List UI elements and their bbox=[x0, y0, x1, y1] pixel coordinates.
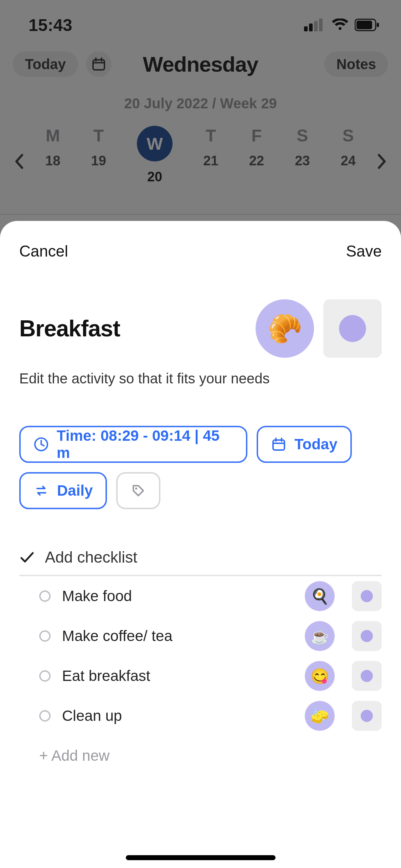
add-checklist-item-button[interactable]: + Add new bbox=[19, 736, 382, 776]
checklist-label: Make coffee/ tea bbox=[62, 627, 293, 645]
checklist-label: Make food bbox=[62, 588, 293, 605]
checklist-emoji-picker[interactable]: 😋 bbox=[305, 661, 335, 691]
cancel-button[interactable]: Cancel bbox=[19, 242, 68, 260]
checklist-color-picker[interactable] bbox=[352, 621, 382, 651]
add-new-label: + Add new bbox=[39, 747, 109, 764]
date-pill[interactable]: Today bbox=[257, 426, 352, 463]
date-label: Today bbox=[294, 436, 338, 453]
clock-icon bbox=[34, 436, 49, 452]
color-dot-icon bbox=[361, 590, 373, 602]
tag-pill[interactable] bbox=[116, 472, 160, 509]
checklist-item[interactable]: Clean up🧽 bbox=[19, 696, 382, 736]
checklist-radio[interactable] bbox=[39, 630, 51, 642]
calendar-icon bbox=[271, 436, 287, 452]
add-checklist-header[interactable]: Add checklist bbox=[19, 548, 382, 576]
color-dot-icon bbox=[339, 315, 366, 342]
time-label: Time: 08:29 - 09:14 | 45 m bbox=[57, 427, 233, 461]
checklist-header-label: Add checklist bbox=[45, 548, 137, 566]
checklist-emoji-picker[interactable]: 🍳 bbox=[305, 581, 335, 611]
checklist-label: Eat breakfast bbox=[62, 667, 293, 684]
checklist-radio[interactable] bbox=[39, 710, 51, 722]
croissant-icon: 🥐 bbox=[268, 312, 302, 345]
check-icon bbox=[19, 549, 35, 565]
checklist-radio[interactable] bbox=[39, 670, 51, 682]
save-button[interactable]: Save bbox=[346, 242, 382, 260]
color-dot-icon bbox=[361, 710, 373, 722]
color-dot-icon bbox=[361, 670, 373, 682]
checklist-label: Clean up bbox=[62, 707, 293, 724]
edit-activity-sheet: Cancel Save Breakfast 🥐 Edit the activit… bbox=[0, 221, 401, 868]
tag-icon bbox=[130, 483, 146, 498]
checklist-color-picker[interactable] bbox=[352, 581, 382, 611]
checklist-color-picker[interactable] bbox=[352, 701, 382, 731]
checklist-item[interactable]: Make food🍳 bbox=[19, 576, 382, 616]
checklist-radio[interactable] bbox=[39, 590, 51, 602]
checklist-emoji-picker[interactable]: 🧽 bbox=[305, 701, 335, 731]
repeat-icon bbox=[34, 483, 49, 498]
color-dot-icon bbox=[361, 630, 373, 642]
checklist-emoji-picker[interactable]: ☕ bbox=[305, 621, 335, 651]
checklist-color-picker[interactable] bbox=[352, 661, 382, 691]
activity-color-picker[interactable] bbox=[323, 299, 382, 358]
svg-point-16 bbox=[135, 487, 137, 490]
checklist-item[interactable]: Make coffee/ tea☕ bbox=[19, 616, 382, 656]
recurrence-label: Daily bbox=[57, 482, 93, 499]
activity-desc: Edit the activity so that it fits your n… bbox=[19, 371, 382, 387]
time-pill[interactable]: Time: 08:29 - 09:14 | 45 m bbox=[19, 426, 247, 463]
svg-rect-12 bbox=[273, 440, 284, 450]
recurrence-pill[interactable]: Daily bbox=[19, 472, 107, 509]
activity-emoji-picker[interactable]: 🥐 bbox=[256, 299, 314, 358]
home-indicator[interactable] bbox=[126, 855, 276, 860]
activity-title[interactable]: Breakfast bbox=[19, 315, 246, 342]
checklist-item[interactable]: Eat breakfast😋 bbox=[19, 656, 382, 696]
